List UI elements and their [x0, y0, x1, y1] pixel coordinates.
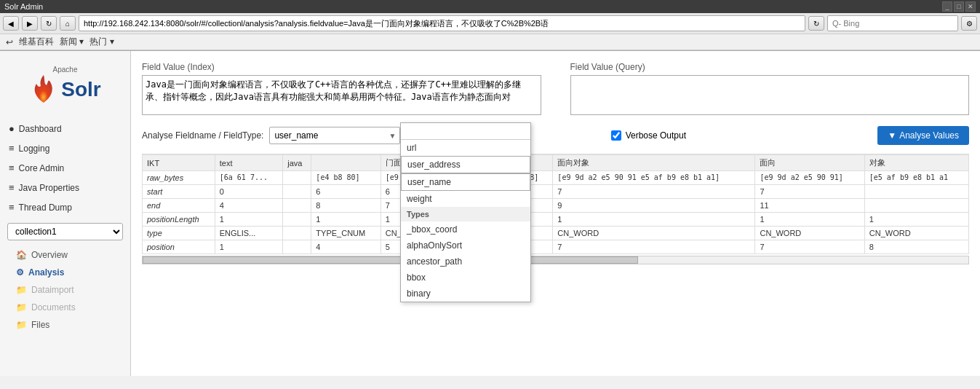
dropdown-search-input[interactable] — [401, 123, 530, 140]
cell: [6a 61 7... — [215, 171, 282, 185]
solr-logo-text: Solr — [61, 78, 100, 101]
core-admin-icon: ≡ — [9, 162, 15, 173]
cell — [864, 199, 968, 213]
cell: [e9 9d a2 e5 90 91 e5 af b9 e8 b1 a1] — [553, 171, 755, 185]
cell: TYPE_CNUM — [311, 227, 381, 240]
analysis-icon: ⚙ — [16, 267, 24, 278]
cell: 1 — [215, 213, 282, 227]
bookmark-wiki[interactable]: 维基百科 — [19, 36, 54, 48]
col-header-empty — [311, 155, 381, 171]
close-btn[interactable]: ✕ — [965, 1, 976, 12]
row-label-start: start — [143, 185, 215, 199]
cell: 9 — [553, 199, 755, 213]
cell: 1 — [215, 240, 282, 254]
bookmark-hot[interactable]: 热门 ▾ — [89, 36, 113, 48]
bookmark-back[interactable]: ↩ — [6, 37, 13, 47]
dropdown-item-binary[interactable]: binary — [401, 286, 530, 302]
sidebar-item-dashboard[interactable]: ● Dashboard — [0, 119, 130, 138]
row-label-position: position — [143, 240, 215, 254]
sidebar-item-label: Logging — [19, 144, 50, 154]
field-value-index-section: Field Value (Index) Java是一门面向对象编程语言，不仅吸收… — [142, 62, 541, 117]
verbose-checkbox[interactable] — [611, 130, 621, 141]
col-header-java: java — [283, 155, 311, 171]
sub-item-label: Dataimport — [31, 285, 74, 295]
app-title: Solr Admin — [4, 2, 43, 11]
cell: 0 — [215, 185, 282, 199]
sub-item-label: Analysis — [28, 267, 64, 278]
cell — [864, 185, 968, 199]
bookmark-news[interactable]: 新闻 ▾ — [60, 36, 84, 48]
sidebar-item-overview[interactable]: 🏠 Overview — [7, 246, 130, 264]
main-nav-menu: ● Dashboard ≡ Logging ≡ Core Admin ≡ — [0, 119, 130, 217]
address-bar[interactable] — [79, 15, 805, 31]
cell: 1 — [311, 213, 381, 227]
field-value-query-input[interactable] — [570, 75, 970, 115]
sub-item-label: Overview — [31, 250, 68, 260]
row-label-type: type — [143, 227, 215, 240]
field-value-index-label: Field Value (Index) — [142, 62, 541, 72]
dropdown-item-bbox[interactable]: bbox — [401, 270, 530, 286]
cell — [283, 171, 311, 185]
cell — [283, 227, 311, 240]
dropdown-item-weight[interactable]: weight — [401, 191, 530, 207]
cell: 8 — [864, 240, 968, 254]
field-value-query-label: Field Value (Query) — [570, 62, 970, 72]
sidebar-item-label: Thread Dump — [19, 203, 72, 213]
documents-icon: 📁 — [16, 302, 27, 313]
sidebar-item-logging[interactable]: ≡ Logging — [0, 138, 130, 158]
logo-apache-text: Apache — [11, 66, 119, 74]
cell: [e5 af b9 e8 b1 a1 — [864, 171, 968, 185]
dropdown-item-bbox-coord[interactable]: _bbox_coord — [401, 221, 530, 237]
cell: 11 — [755, 199, 864, 213]
go-button[interactable]: ↻ — [808, 16, 824, 31]
minimize-btn[interactable]: _ — [942, 1, 952, 12]
col-header-duixiang: 对象 — [864, 155, 968, 171]
sidebar-item-core-admin[interactable]: ≡ Core Admin — [0, 158, 130, 178]
horizontal-scrollbar[interactable] — [142, 256, 969, 264]
collection-selector: collection1 — [7, 223, 123, 240]
filter-icon: ▼ — [888, 130, 896, 141]
sidebar-item-files[interactable]: 📁 Files — [7, 316, 130, 334]
analysis-table-container: IKT text java 门面 门 面向对象 面向 对象 raw_bytes — [142, 154, 969, 264]
col-header-ikt: IKT — [143, 155, 215, 171]
maximize-btn[interactable]: □ — [954, 1, 964, 12]
dropdown-item-user-address[interactable]: user_address — [401, 156, 530, 173]
back-button[interactable]: ◀ — [3, 16, 19, 31]
sidebar-item-dataimport: 📁 Dataimport — [7, 281, 130, 299]
dropdown-list: url user_address user_name weight Types … — [401, 140, 530, 302]
col-header-mian: 面向 — [755, 155, 864, 171]
row-label-end: end — [143, 199, 215, 213]
col-header-miandui: 面向对象 — [553, 155, 755, 171]
forward-button[interactable]: ▶ — [22, 16, 38, 31]
sub-nav-menu: 🏠 Overview ⚙ Analysis 📁 Dataimport 📁 Doc… — [7, 246, 130, 334]
scrollbar-thumb[interactable] — [143, 256, 638, 264]
sidebar-item-label: Core Admin — [19, 163, 65, 173]
cell: CN_WORD — [755, 227, 864, 240]
main-content: Field Value (Index) Java是一门面向对象编程语言，不仅吸收… — [131, 51, 980, 376]
analyse-values-button[interactable]: ▼ Analyse Values — [877, 126, 969, 145]
cell: 7 — [755, 240, 864, 254]
search-bar[interactable] — [827, 15, 958, 31]
fieldname-select[interactable] — [269, 127, 400, 144]
cell — [283, 185, 311, 199]
sidebar-item-analysis[interactable]: ⚙ Analysis — [7, 264, 130, 281]
refresh-button[interactable]: ↻ — [41, 16, 57, 31]
dropdown-item-ancestor-path[interactable]: ancestor_path — [401, 254, 530, 270]
analyse-btn-label: Analyse Values — [899, 130, 959, 141]
dataimport-icon: 📁 — [16, 285, 27, 295]
cell: 8 — [311, 199, 381, 213]
collection-select[interactable]: collection1 — [7, 223, 123, 240]
dropdown-item-alphaonlysort[interactable]: alphaOnlySort — [401, 237, 530, 254]
field-value-index-input[interactable]: Java是一门面向对象编程语言，不仅吸收了C++语言的各种优点，还摒弃了C++里… — [142, 75, 541, 115]
home-button[interactable]: ⌂ — [60, 16, 76, 31]
row-label-position-length: positionLength — [143, 213, 215, 227]
options-button[interactable]: ⚙ — [961, 16, 977, 31]
cell: 7 — [755, 185, 864, 199]
col-header-text: text — [215, 155, 282, 171]
dropdown-item-url[interactable]: url — [401, 140, 530, 156]
sidebar-item-thread-dump[interactable]: ≡ Thread Dump — [0, 197, 130, 217]
sidebar-item-java-properties[interactable]: ≡ Java Properties — [0, 178, 130, 197]
dashboard-icon: ● — [9, 123, 15, 134]
dropdown-item-user-name[interactable]: user_name — [401, 173, 530, 191]
cell: 4 — [311, 240, 381, 254]
